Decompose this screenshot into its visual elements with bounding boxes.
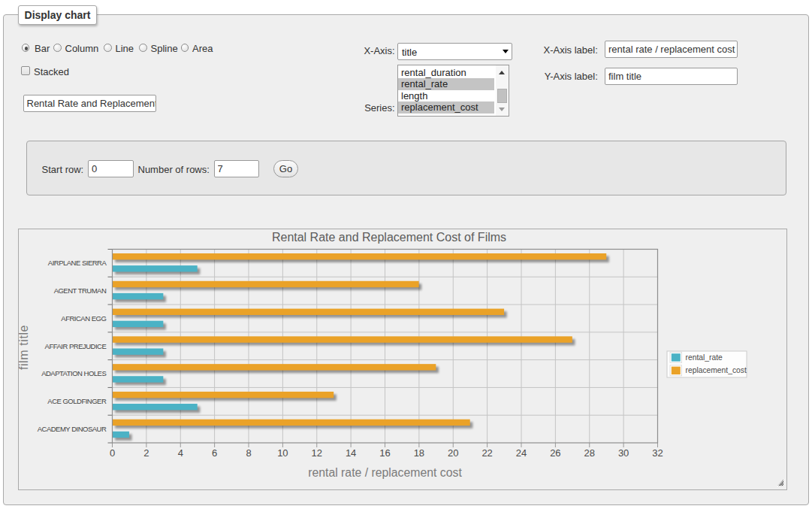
svg-text:AGENT TRUMAN: AGENT TRUMAN — [54, 286, 107, 295]
svg-text:AFRICAN EGG: AFRICAN EGG — [61, 314, 106, 323]
svg-text:32: 32 — [652, 447, 663, 459]
svg-text:rental_rate: rental_rate — [686, 353, 723, 362]
svg-text:2: 2 — [143, 447, 149, 459]
svg-text:AFFAIR PREJUDICE: AFFAIR PREJUDICE — [45, 342, 107, 350]
svg-text:4: 4 — [178, 447, 183, 459]
svg-text:0: 0 — [110, 447, 115, 459]
svg-text:film title: film title — [19, 325, 30, 370]
svg-text:28: 28 — [584, 447, 595, 459]
svg-text:replacement_cost: replacement_cost — [686, 366, 747, 374]
svg-text:26: 26 — [550, 447, 560, 459]
svg-text:10: 10 — [277, 447, 288, 459]
svg-text:ACE GOLDFINGER: ACE GOLDFINGER — [47, 397, 107, 405]
svg-text:ADAPTATION HOLES: ADAPTATION HOLES — [41, 369, 106, 377]
svg-text:22: 22 — [481, 447, 492, 459]
svg-text:18: 18 — [414, 447, 424, 459]
svg-text:20: 20 — [448, 447, 458, 459]
svg-text:ACADEMY DINOSAUR: ACADEMY DINOSAUR — [38, 425, 107, 433]
svg-text:30: 30 — [618, 447, 629, 459]
svg-text:AIRPLANE SIERRA: AIRPLANE SIERRA — [48, 259, 107, 267]
svg-text:16: 16 — [379, 447, 390, 459]
svg-text:6: 6 — [212, 447, 217, 459]
svg-text:8: 8 — [246, 447, 251, 459]
svg-text:Rental Rate and Replacement Co: Rental Rate and Replacement Cost of Film… — [272, 231, 506, 244]
svg-text:14: 14 — [346, 447, 356, 459]
svg-text:rental rate / replacement cost: rental rate / replacement cost — [308, 466, 462, 479]
svg-text:24: 24 — [516, 447, 527, 459]
svg-text:12: 12 — [312, 447, 322, 459]
